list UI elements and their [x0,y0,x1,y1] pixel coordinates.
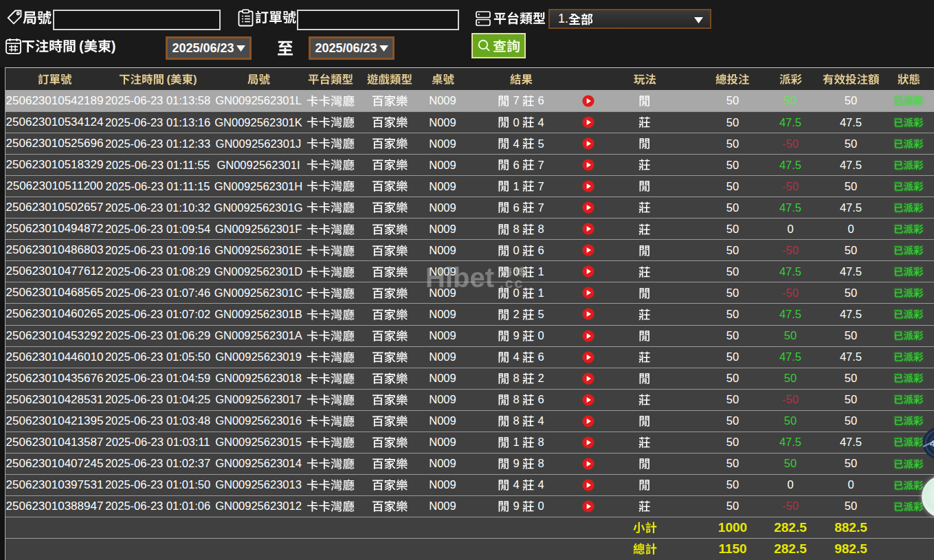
svg-text:4: 4 [930,438,934,449]
